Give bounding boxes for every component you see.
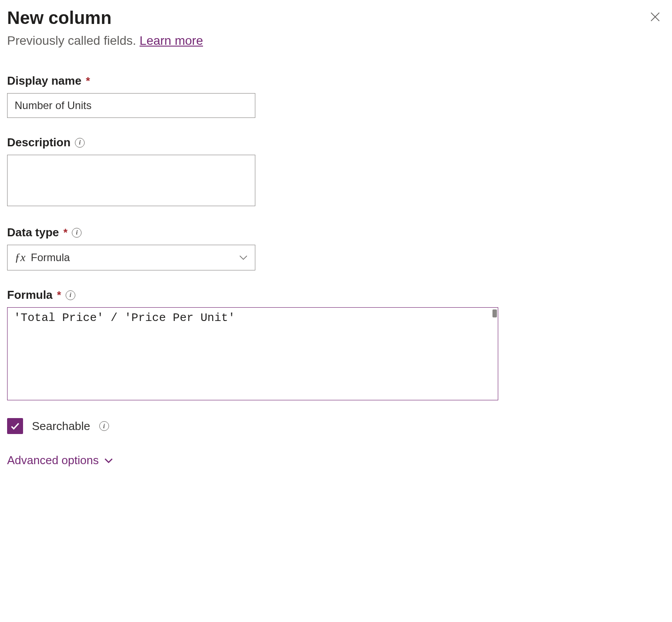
data-type-value: Formula bbox=[31, 251, 239, 264]
description-label-row: Description i bbox=[7, 136, 665, 149]
checkmark-icon bbox=[10, 421, 20, 431]
display-name-label-row: Display name * bbox=[7, 74, 665, 88]
data-type-label-row: Data type * i bbox=[7, 226, 665, 239]
info-icon[interactable]: i bbox=[75, 138, 85, 148]
required-marker: * bbox=[63, 227, 67, 239]
description-label: Description bbox=[7, 136, 70, 149]
formula-content[interactable]: 'Total Price' / 'Price Per Unit' bbox=[8, 308, 498, 400]
chevron-down-icon bbox=[104, 458, 113, 463]
formula-editor[interactable]: 'Total Price' / 'Price Per Unit' bbox=[7, 307, 498, 400]
chevron-down-icon bbox=[239, 255, 248, 260]
data-type-group: Data type * i ƒx Formula bbox=[7, 226, 665, 270]
info-icon[interactable]: i bbox=[99, 421, 109, 431]
searchable-row: Searchable i bbox=[7, 418, 665, 434]
data-type-label: Data type bbox=[7, 226, 59, 239]
formula-group: Formula * i 'Total Price' / 'Price Per U… bbox=[7, 288, 665, 400]
description-input[interactable] bbox=[7, 155, 255, 206]
advanced-options-toggle[interactable]: Advanced options bbox=[7, 454, 665, 467]
formula-label-row: Formula * i bbox=[7, 288, 665, 302]
panel-title: New column bbox=[7, 7, 112, 28]
fx-icon: ƒx bbox=[15, 251, 26, 264]
formula-label: Formula bbox=[7, 288, 53, 302]
learn-more-link[interactable]: Learn more bbox=[140, 34, 203, 47]
panel-subtitle: Previously called fields. Learn more bbox=[7, 32, 665, 49]
info-icon[interactable]: i bbox=[72, 228, 82, 238]
advanced-options-label: Advanced options bbox=[7, 454, 99, 467]
display-name-input[interactable] bbox=[7, 93, 255, 118]
subtitle-text: Previously called fields. bbox=[7, 34, 140, 47]
close-icon bbox=[649, 11, 661, 23]
data-type-dropdown[interactable]: ƒx Formula bbox=[7, 245, 255, 270]
display-name-group: Display name * bbox=[7, 74, 665, 118]
searchable-label: Searchable bbox=[32, 419, 90, 433]
scrollbar-thumb[interactable] bbox=[492, 309, 497, 317]
display-name-label: Display name bbox=[7, 74, 82, 88]
close-button[interactable] bbox=[645, 7, 665, 27]
required-marker: * bbox=[86, 75, 90, 87]
info-icon[interactable]: i bbox=[66, 290, 75, 300]
required-marker: * bbox=[57, 289, 61, 301]
searchable-checkbox[interactable] bbox=[7, 418, 23, 434]
description-group: Description i bbox=[7, 136, 665, 208]
panel-header: New column bbox=[7, 7, 665, 28]
